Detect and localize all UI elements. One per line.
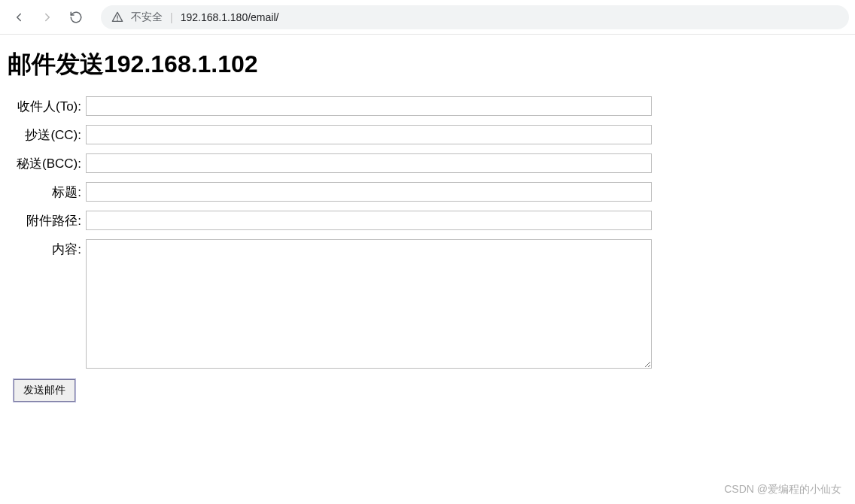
- row-to: 收件人(To):: [8, 96, 847, 116]
- row-bcc: 秘送(BCC):: [8, 153, 847, 173]
- page-content: 邮件发送192.168.1.102 收件人(To): 抄送(CC): 秘送(BC…: [0, 35, 855, 409]
- back-button[interactable]: [6, 5, 32, 30]
- divider: |: [170, 11, 173, 23]
- warning-icon: [111, 11, 123, 23]
- watermark: CSDN @爱编程的小仙女: [724, 483, 841, 496]
- row-body: 内容:: [8, 239, 847, 369]
- input-subject[interactable]: [86, 182, 652, 202]
- row-cc: 抄送(CC):: [8, 125, 847, 144]
- label-cc: 抄送(CC):: [8, 125, 86, 144]
- page-title: 邮件发送192.168.1.102: [8, 48, 847, 81]
- label-subject: 标题:: [8, 182, 86, 201]
- send-button[interactable]: 发送邮件: [14, 379, 75, 402]
- reload-button[interactable]: [63, 5, 89, 30]
- input-bcc[interactable]: [86, 153, 652, 173]
- row-attachment: 附件路径:: [8, 211, 847, 230]
- label-attachment: 附件路径:: [8, 211, 86, 229]
- label-bcc: 秘送(BCC):: [8, 153, 86, 172]
- input-attachment[interactable]: [86, 211, 652, 230]
- url-text: 192.168.1.180/email/: [181, 11, 279, 23]
- browser-toolbar: 不安全 | 192.168.1.180/email/: [0, 0, 855, 35]
- forward-button[interactable]: [35, 5, 60, 30]
- label-to: 收件人(To):: [8, 96, 86, 115]
- label-body: 内容:: [8, 239, 86, 258]
- textarea-body[interactable]: [86, 239, 652, 369]
- security-label: 不安全: [131, 11, 163, 24]
- address-bar[interactable]: 不安全 | 192.168.1.180/email/: [101, 5, 849, 29]
- row-subject: 标题:: [8, 182, 847, 202]
- input-to[interactable]: [86, 96, 652, 116]
- input-cc[interactable]: [86, 125, 652, 144]
- submit-row: 发送邮件: [8, 379, 847, 402]
